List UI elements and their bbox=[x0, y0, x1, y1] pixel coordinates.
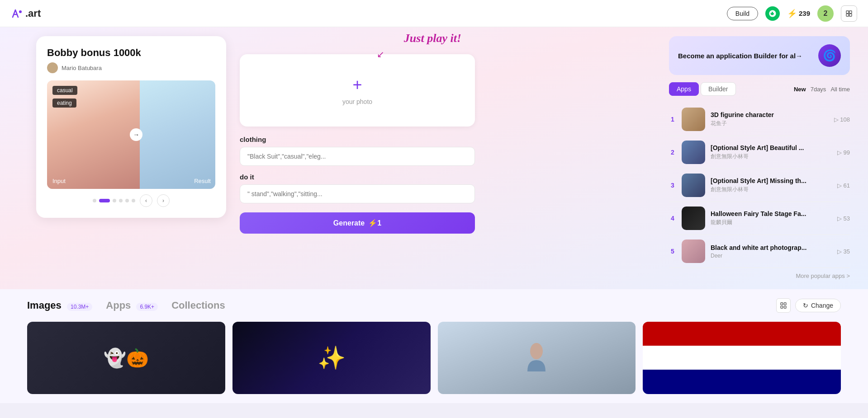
app-name-2: [Optional Style Art] Beautiful ... bbox=[711, 144, 832, 151]
change-button[interactable]: ↻ Change bbox=[795, 299, 841, 312]
image-right: Result bbox=[140, 80, 215, 189]
dot-4 bbox=[119, 199, 123, 202]
upload-area[interactable]: + your photo bbox=[240, 54, 475, 127]
filter-alltime[interactable]: All time bbox=[830, 86, 850, 93]
image-comparison: casual eating Input → Result bbox=[47, 80, 215, 189]
wechat-icon[interactable] bbox=[765, 6, 780, 21]
face-overlay: casual eating Input bbox=[47, 80, 140, 189]
svg-rect-5 bbox=[781, 303, 783, 305]
app-info-1: 3D figurine character 花鱼子 bbox=[711, 111, 829, 127]
svg-point-9 bbox=[530, 343, 543, 359]
app-list-item-5[interactable]: 5 Black and white art photograp... Deer … bbox=[669, 235, 850, 268]
app-name-1: 3D figurine character bbox=[711, 111, 829, 118]
tab-collections[interactable]: Collections bbox=[171, 300, 225, 311]
app-thumb-5 bbox=[682, 240, 705, 263]
svg-rect-8 bbox=[784, 306, 786, 308]
app-author-4: 龍麟貝爾 bbox=[711, 219, 832, 226]
app-author-3: 創意無限小林哥 bbox=[711, 186, 832, 193]
layout-toggle[interactable] bbox=[776, 298, 791, 313]
tab-images[interactable]: Images 10.3M+ bbox=[27, 300, 92, 311]
tab-group: Apps Builder bbox=[669, 82, 736, 96]
app-plays-1: ▷ 108 bbox=[834, 116, 850, 123]
tab-apps[interactable]: Apps bbox=[669, 82, 699, 96]
image-card-3[interactable] bbox=[438, 322, 636, 394]
app-info-3: [Optional Style Art] Missing th... 創意無限小… bbox=[711, 177, 832, 193]
image-grid: 👻🎃 ✨ bbox=[27, 322, 841, 394]
section-tabs: Images 10.3M+ Apps 6.9K+ Collections ↻ C… bbox=[27, 298, 841, 313]
bookmark-button[interactable] bbox=[841, 5, 857, 22]
app-thumb-2 bbox=[682, 141, 705, 164]
promo-text: Become an application Builder for al→ bbox=[678, 51, 802, 61]
dot-5 bbox=[125, 199, 129, 202]
form-section: clothing do it Generate ⚡1 bbox=[240, 136, 475, 234]
app-card-author: Mario Batubara bbox=[47, 62, 215, 73]
app-info-4: Halloween Fairy Tale Stage Fa... 龍麟貝爾 bbox=[711, 210, 832, 226]
app-name-5: Black and white art photograp... bbox=[711, 244, 832, 251]
app-thumb-1 bbox=[682, 108, 705, 131]
app-list-item-2[interactable]: 2 [Optional Style Art] Beautiful ... 創意無… bbox=[669, 136, 850, 169]
app-author-5: Deer bbox=[711, 253, 832, 259]
svg-rect-7 bbox=[781, 306, 783, 308]
svg-rect-1 bbox=[846, 11, 849, 13]
app-plays-4: ▷ 53 bbox=[837, 215, 850, 222]
pagination: ‹ › bbox=[47, 194, 215, 207]
generate-button[interactable]: Generate ⚡1 bbox=[240, 212, 475, 234]
filter-group: New 7days All time bbox=[794, 86, 850, 93]
app-author-2: 創意無限小林哥 bbox=[711, 153, 832, 160]
app-rank-3: 3 bbox=[669, 182, 676, 189]
promo-banner[interactable]: Become an application Builder for al→ 🌀 bbox=[669, 36, 850, 75]
dot-3 bbox=[113, 199, 116, 202]
header: .art Build ⚡ 239 2 bbox=[0, 0, 868, 27]
generate-cost: ⚡1 bbox=[368, 219, 381, 227]
section-right: ↻ Change bbox=[776, 298, 841, 313]
change-label: Change bbox=[811, 302, 833, 309]
clothing-input[interactable] bbox=[240, 147, 475, 166]
prev-button[interactable]: ‹ bbox=[140, 194, 152, 207]
svg-rect-6 bbox=[784, 303, 786, 305]
logo[interactable]: .art bbox=[11, 7, 41, 20]
app-thumb-4 bbox=[682, 207, 705, 230]
logo-icon bbox=[11, 7, 24, 20]
more-apps-link[interactable]: More popular apps > bbox=[669, 272, 850, 279]
build-button[interactable]: Build bbox=[727, 7, 758, 20]
app-list-item[interactable]: 1 3D figurine character 花鱼子 ▷ 108 bbox=[669, 103, 850, 136]
svg-point-0 bbox=[19, 10, 22, 13]
tabs-row: Apps Builder New 7days All time bbox=[669, 82, 850, 96]
lightning-count: 239 bbox=[799, 9, 810, 17]
tab-builder[interactable]: Builder bbox=[701, 82, 736, 96]
filter-new[interactable]: New bbox=[794, 86, 806, 93]
image-card-2[interactable]: ✨ bbox=[232, 322, 431, 394]
doit-input[interactable] bbox=[240, 184, 475, 203]
app-info-5: Black and white art photograp... Deer bbox=[711, 244, 832, 259]
app-info-2: [Optional Style Art] Beautiful ... 創意無限小… bbox=[711, 144, 832, 160]
image-card-1[interactable]: 👻🎃 bbox=[27, 322, 225, 394]
author-name: Mario Batubara bbox=[62, 65, 102, 71]
app-list-item-4[interactable]: 4 Halloween Fairy Tale Stage Fa... 龍麟貝爾 … bbox=[669, 202, 850, 235]
plus-icon: + bbox=[352, 75, 362, 94]
image-card-4[interactable] bbox=[643, 322, 841, 394]
tag-casual: casual bbox=[52, 86, 77, 95]
filter-7days[interactable]: 7days bbox=[811, 86, 826, 93]
dot-1 bbox=[93, 199, 96, 202]
app-list-item-3[interactable]: 3 [Optional Style Art] Missing th... 創意無… bbox=[669, 169, 850, 202]
label-result: Result bbox=[194, 178, 211, 184]
app-plays-5: ▷ 35 bbox=[837, 248, 850, 255]
app-plays-2: ▷ 99 bbox=[837, 149, 850, 156]
promo-icon: 🌀 bbox=[818, 44, 841, 67]
tab-apps-bottom[interactable]: Apps 6.9K+ bbox=[106, 300, 158, 311]
logo-text: .art bbox=[25, 8, 41, 19]
avatar[interactable]: 2 bbox=[817, 5, 834, 22]
author-avatar bbox=[47, 62, 58, 73]
images-badge: 10.3M+ bbox=[67, 303, 92, 311]
app-rank-4: 4 bbox=[669, 215, 676, 222]
photo-lady bbox=[438, 322, 636, 394]
main-section: Bobby bonus 1000k Mario Batubara casual … bbox=[0, 27, 868, 289]
clothing-label: clothing bbox=[240, 136, 475, 143]
app-author-1: 花鱼子 bbox=[711, 120, 829, 127]
header-right: Build ⚡ 239 2 bbox=[727, 5, 857, 22]
play-arrow: ↙ bbox=[377, 49, 384, 60]
dot-2-active bbox=[99, 199, 110, 202]
lightning-badge[interactable]: ⚡ 239 bbox=[787, 9, 810, 19]
next-button[interactable]: › bbox=[157, 194, 170, 207]
tag-eating: eating bbox=[52, 99, 76, 108]
